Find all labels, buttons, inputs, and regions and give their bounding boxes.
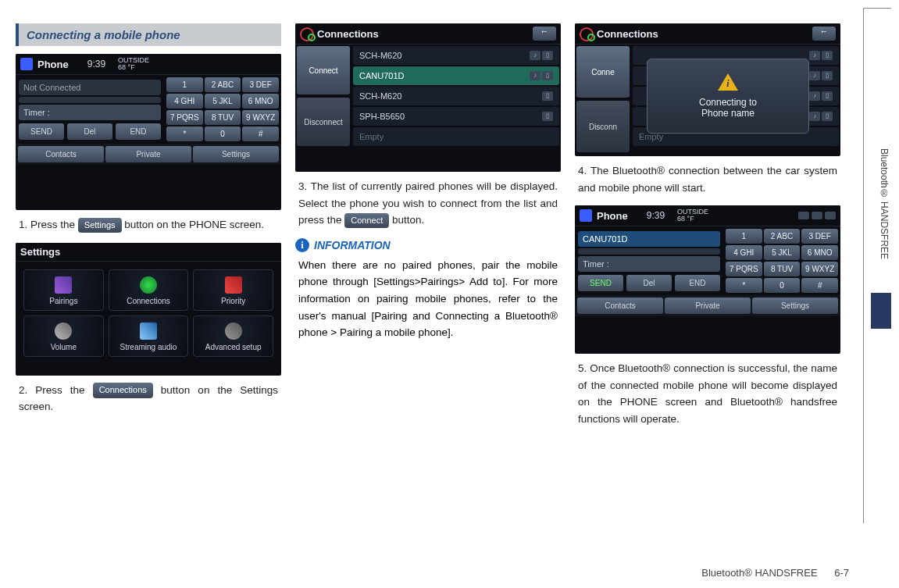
list-item[interactable]: SPH-B5650▯ (353, 107, 559, 126)
private-button[interactable]: Private (105, 146, 191, 162)
modal-line1: Connecting to (655, 97, 801, 108)
screenshot-connections: Connections ← Connect Disconnect SCH-M62… (295, 23, 561, 172)
number-field (19, 97, 161, 103)
side-tab (863, 8, 891, 523)
send-button[interactable]: SEND (578, 275, 623, 291)
list-item[interactable]: CANU701D♪▯ (353, 66, 559, 85)
paired-list: SCH-M620♪▯ CANU701D♪▯ SCH-M620▯ SPH-B565… (351, 45, 561, 148)
column-1: Connecting a mobile phone Phone 9:39 OUT… (16, 23, 281, 437)
contacts-button[interactable]: Contacts (577, 298, 663, 314)
send-button[interactable]: SEND (19, 123, 64, 140)
page-number: 6-7 (834, 567, 849, 579)
settings-item-connections[interactable]: Connections (109, 269, 189, 311)
temp-text: OUTSIDE68 °F (677, 208, 708, 223)
key-6[interactable]: 6 MNO (242, 94, 279, 109)
phone-bottombar: Contacts Private Settings (16, 144, 281, 165)
side-label: Bluetooth® HANDSFREE (879, 148, 890, 259)
phone-body: CANU701D Timer : SEND Del END 1 2 ABC 3 … (575, 226, 840, 295)
settings-item-priority[interactable]: Priority (193, 269, 273, 311)
key-2[interactable]: 2 ABC (764, 229, 801, 244)
advanced-icon (225, 323, 242, 340)
key-1[interactable]: 1 (726, 229, 762, 244)
settings-item-advanced[interactable]: Advanced setup (193, 315, 273, 357)
private-button[interactable]: Private (665, 298, 751, 314)
key-0[interactable]: 0 (764, 278, 801, 293)
disconnect-tab[interactable]: Disconnect (297, 98, 350, 146)
key-7[interactable]: 7 PQRS (726, 262, 762, 276)
phone-title: Phone (37, 59, 69, 70)
battery-icon (798, 212, 809, 219)
timer-label: Timer : (578, 256, 720, 272)
settings-item-streaming[interactable]: Streaming audio (109, 315, 189, 357)
key-8[interactable]: 8 TUV (764, 262, 801, 276)
del-button[interactable]: Del (626, 275, 672, 291)
phone-left: Not Connected Timer : SEND Del END (16, 75, 164, 144)
connecting-modal: Connecting to Phone name (647, 59, 809, 134)
connections-title-icon (580, 27, 592, 40)
key-5[interactable]: 5 JKL (764, 245, 801, 260)
pairings-icon (55, 276, 72, 294)
key-0[interactable]: 0 (205, 127, 241, 141)
key-hash[interactable]: # (801, 278, 838, 293)
info-icon: i (295, 238, 309, 252)
phone-left: CANU701D Timer : SEND Del END (575, 226, 723, 295)
contacts-button[interactable]: Contacts (18, 146, 104, 162)
phone-titlebar: Phone 9:39 OUTSIDE68 °F (16, 54, 281, 75)
key-2[interactable]: 2 ABC (205, 77, 241, 92)
key-1[interactable]: 1 (166, 77, 203, 92)
phone-icon (580, 209, 592, 222)
step-1-text-b: button on the PHONE screen. (124, 219, 264, 230)
phone-bottombar: Contacts Private Settings (575, 295, 840, 316)
step-3-text-b: button. (392, 214, 424, 226)
back-button[interactable]: ← (812, 27, 836, 41)
keypad: 1 2 ABC 3 DEF 4 GHI 5 JKL 6 MNO 7 PQRS 8… (164, 75, 281, 144)
end-button[interactable]: END (675, 275, 720, 291)
key-3[interactable]: 3 DEF (801, 229, 838, 244)
phone-icon (20, 58, 33, 70)
connections-titlebar: Connections ← (295, 23, 561, 45)
key-3[interactable]: 3 DEF (242, 77, 279, 92)
key-9[interactable]: 9 WXYZ (242, 110, 279, 125)
settings-grid: Pairings Connections Priority Volume Str… (16, 262, 281, 365)
list-item[interactable]: SCH-M620▯ (353, 87, 559, 105)
timer-label: Timer : (19, 105, 161, 120)
clock-text: 9:39 (87, 59, 105, 69)
key-7[interactable]: 7 PQRS (166, 110, 203, 125)
settings-button[interactable]: Settings (193, 146, 279, 162)
disconnect-tab[interactable]: Disconn (576, 101, 630, 152)
key-4[interactable]: 4 GHI (726, 245, 762, 260)
key-6[interactable]: 6 MNO (801, 245, 838, 260)
key-star[interactable]: * (166, 127, 203, 141)
end-button[interactable]: END (116, 123, 161, 140)
connections-title-icon (300, 27, 312, 40)
screenshot-phone-connected: Phone 9:39 OUTSIDE68 °F CANU701D Timer :… (575, 205, 840, 354)
settings-button[interactable]: Settings (752, 298, 838, 314)
key-8[interactable]: 8 TUV (205, 110, 241, 125)
key-9[interactable]: 9 WXYZ (801, 262, 838, 276)
settings-item-pairings[interactable]: Pairings (23, 269, 104, 311)
step-2: 2. Press the Connections button on the S… (16, 382, 281, 415)
key-5[interactable]: 5 JKL (205, 94, 241, 109)
column-2: Connections ← Connect Disconnect SCH-M62… (295, 23, 561, 437)
keypad: 1 2 ABC 3 DEF 4 GHI 5 JKL 6 MNO 7 PQRS 8… (723, 226, 840, 295)
connections-icon (140, 276, 157, 294)
connect-tab[interactable]: Connect (297, 46, 350, 94)
key-star[interactable]: * (726, 278, 762, 293)
status-icons (798, 212, 836, 219)
connect-tab[interactable]: Conne (576, 46, 630, 98)
settings-item-volume[interactable]: Volume (23, 315, 104, 357)
step-1-text-a: 1. Press the (19, 219, 78, 230)
action-row: SEND Del END (19, 123, 161, 140)
list-item: Empty (353, 127, 559, 146)
connected-device: CANU701D (578, 231, 720, 247)
connecting-list: ♪▯ ♪▯ ♪▯ ♪▯ Empty Connecting to Phone na… (631, 45, 840, 154)
del-button[interactable]: Del (67, 123, 112, 140)
settings-chip: Settings (78, 218, 122, 233)
phone-titlebar: Phone 9:39 OUTSIDE68 °F (575, 205, 840, 226)
key-4[interactable]: 4 GHI (166, 94, 203, 109)
list-item[interactable]: SCH-M620♪▯ (353, 46, 559, 65)
footer-text: Bluetooth® HANDSFREE (701, 567, 817, 579)
key-hash[interactable]: # (242, 127, 279, 141)
back-button[interactable]: ← (533, 27, 556, 41)
temp-text: OUTSIDE68 °F (118, 57, 149, 71)
